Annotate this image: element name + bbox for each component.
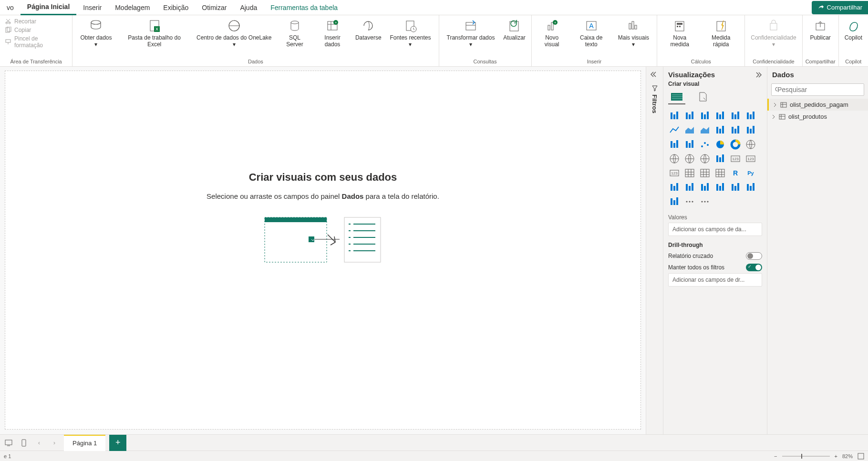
viz-more-visuals[interactable] [683,196,696,207]
excel-button[interactable]: XPasta de trabalho do Excel [118,16,191,50]
new-measure-button[interactable]: Nova medida [660,16,699,50]
viz-gauge[interactable] [714,153,726,164]
page-next-button[interactable]: › [49,437,60,449]
viz-map[interactable] [668,153,681,164]
new-visual-button[interactable]: +Novo visual [535,16,569,50]
viz-line-clustered-column[interactable] [729,124,742,136]
recent-sources-button[interactable]: Fontes recentes ▾ [385,16,435,50]
dataverse-button[interactable]: Dataverse [352,16,384,43]
zoom-slider[interactable] [782,456,830,457]
viz-clustered-column[interactable] [714,110,726,122]
tab-table-tools[interactable]: Ferramentas da tabela [264,0,344,15]
refresh-button[interactable]: Atualizar [500,16,528,43]
viz-waterfall[interactable] [668,139,681,150]
viz-stacked-column[interactable] [683,110,696,122]
filters-label[interactable]: Filtros [651,85,658,113]
values-dropzone[interactable]: Adicionar os campos de da... [668,223,762,236]
copilot-button[interactable]: Copilot [842,16,865,43]
viz-donut[interactable] [729,139,742,150]
copy-button[interactable]: Copiar [5,27,31,33]
svg-rect-124 [686,184,688,191]
onelake-button[interactable]: Centro de dados do OneLake ▾ [192,16,276,50]
fit-to-page-button[interactable] [858,453,864,460]
viz-r-visual[interactable]: R [729,167,742,179]
viz-100-stacked-column[interactable] [744,110,757,122]
viz-filled-map[interactable] [683,153,696,164]
viz-decomposition-tree[interactable] [683,182,696,193]
text-box-button[interactable]: ACaixa de texto [570,16,612,50]
quick-measure-button[interactable]: Medida rápida [700,16,742,50]
viz-clustered-bar[interactable] [699,110,711,122]
cross-report-toggle[interactable] [746,252,762,260]
viz-100-stacked-bar[interactable] [729,110,742,122]
report-canvas[interactable]: Criar visuais com seus dados Selecione o… [5,71,641,430]
viz-treemap[interactable] [744,139,757,150]
viz-area[interactable] [683,124,696,136]
viz-pie[interactable] [714,139,726,150]
viz-subtitle: Criar visual [663,81,767,90]
viz-matrix[interactable] [714,167,726,179]
svg-rect-67 [737,112,739,119]
canvas-empty-message: Criar visuais com seus dados Selecione o… [156,171,490,266]
page-tab-1[interactable]: Página 1 [64,435,105,451]
page-prev-button[interactable]: ‹ [33,437,45,449]
viz-azure-map[interactable] [699,153,711,164]
get-data-button[interactable]: Obter dados ▾ [75,16,116,50]
format-painter-button[interactable]: Pincel de formatação [5,35,67,49]
table-olist_pedidos_pagam[interactable]: olist_pedidos_pagam [767,99,868,111]
viz-format-tab[interactable] [694,90,711,104]
enter-data-button[interactable]: +Inserir dados [313,16,352,50]
tab-modeling[interactable]: Modelagem [108,0,156,15]
viz-power-automate[interactable] [668,196,681,207]
viz-py-visual[interactable]: Py [744,167,757,179]
viz-funnel[interactable] [683,139,696,150]
viz-ellipsis[interactable] [699,196,711,207]
publish-button[interactable]: Publicar [807,16,833,43]
viz-ribbon[interactable] [744,124,757,136]
viz-stacked-bar[interactable] [668,110,681,122]
viz-scatter[interactable] [699,139,711,150]
group-data-label: Dados [248,59,263,65]
cross-report-label: Relatório cruzado [668,253,713,259]
viz-paginated[interactable] [729,182,742,193]
viz-stacked-area[interactable] [699,124,711,136]
share-button[interactable]: Compartilhar [812,1,868,14]
viz-table[interactable] [699,167,711,179]
viz-line[interactable] [668,124,681,136]
add-page-button[interactable]: + [109,435,126,451]
transform-data-button[interactable]: Transformar dados ▾ [442,16,500,50]
more-visuals-button[interactable]: Mais visuais ▾ [613,16,654,50]
tab-file-partial[interactable]: vo [0,0,21,15]
drillthrough-dropzone[interactable]: Adicionar os campos de dr... [668,273,762,287]
viz-power-apps[interactable] [744,182,757,193]
table-olist_produtos[interactable]: olist_produtos [767,111,868,123]
svg-rect-122 [673,186,675,191]
filters-expand-button[interactable] [649,71,661,82]
viz-smart-narrative[interactable] [714,182,726,193]
mobile-layout-button[interactable] [18,437,30,449]
cut-button[interactable]: Recortar [5,18,36,25]
viz-card[interactable]: 123 [729,153,742,164]
tab-view[interactable]: Exibição [156,0,195,15]
viz-slicer[interactable] [683,167,696,179]
viz-build-tab[interactable] [668,90,685,104]
fields-search[interactable] [771,83,864,96]
zoom-in-button[interactable]: + [835,453,837,459]
sql-button[interactable]: SQL Server [277,16,312,50]
canvas-area[interactable]: Criar visuais com seus dados Selecione o… [0,67,646,434]
tab-home[interactable]: Página Inicial [21,0,76,15]
viz-qa[interactable] [699,182,711,193]
desktop-layout-button[interactable] [3,437,14,449]
zoom-out-button[interactable]: − [774,453,777,459]
qa-icon [700,182,710,193]
tab-optimize[interactable]: Otimizar [195,0,233,15]
viz-kpi[interactable]: 123 [668,167,681,179]
fields-search-input[interactable] [777,86,861,93]
keep-filters-toggle[interactable] [746,264,762,271]
viz-collapse-button[interactable] [754,71,762,79]
viz-multi-row-card[interactable]: 123 [744,153,757,164]
viz-line-stacked-column[interactable] [714,124,726,136]
viz-key-influencers[interactable] [668,182,681,193]
tab-insert[interactable]: Inserir [76,0,108,15]
tab-help[interactable]: Ajuda [233,0,264,15]
